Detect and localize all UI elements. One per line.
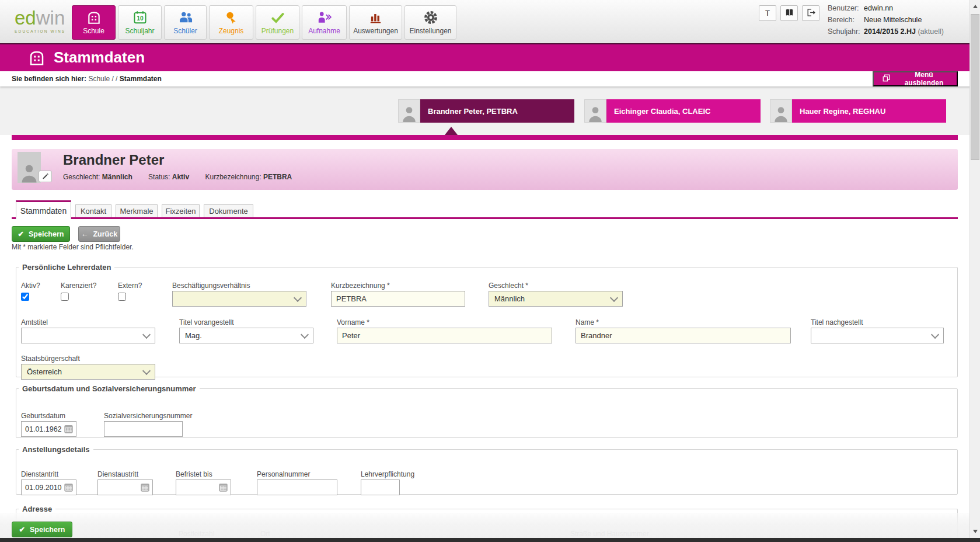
kurzbezeichnung-label: Kurzbezeichnung * (331, 282, 390, 290)
section-personal-legend: Persönliche Lehrerdaten (19, 263, 114, 272)
svnr-label: Sozialversicherungsnummer (104, 412, 192, 420)
scroll-up-button[interactable] (970, 1, 980, 12)
geburtsdatum-input[interactable] (25, 425, 62, 433)
school-building-icon (28, 49, 46, 67)
section-employment: Anstellungsdetails Dienstantritt Diensta… (16, 445, 958, 495)
breadcrumb-bar: Sie befinden sich hier: Schule / / Stamm… (0, 71, 980, 86)
nav-auswertungen[interactable]: Auswertungen (349, 5, 402, 40)
edit-photo-button[interactable] (39, 171, 52, 182)
svg-text:10: 10 (137, 15, 144, 22)
tab-fixzeiten[interactable]: Fixzeiten (162, 204, 200, 217)
tab-stammdaten[interactable]: Stammdaten (16, 200, 71, 219)
vorname-label: Vorname * (337, 318, 369, 326)
name-label: Name * (576, 318, 599, 326)
breadcrumb-prefix: Sie befinden sich hier: (12, 75, 86, 83)
dienstaustritt-datefield (97, 480, 153, 495)
dienstantritt-input[interactable] (25, 484, 62, 492)
nav-schule[interactable]: Schule (72, 5, 116, 40)
lehrverpflichtung-input[interactable] (361, 480, 400, 495)
teacher-tab-brandner[interactable]: Brandner Peter, PETBRA (398, 99, 574, 123)
nav-zeugnis[interactable]: Zeugnis (209, 5, 253, 40)
scroll-down-button[interactable] (970, 526, 980, 537)
befristet-input[interactable] (180, 484, 217, 492)
edwin-logo: edwin EDUCATION WINS (15, 8, 65, 33)
nav-label: Schuljahr (125, 27, 154, 35)
teacher-tab-label: Hauer Regine, REGHAU (792, 99, 946, 123)
beschaeftigung-label: Beschäftigungsverhältnis (172, 282, 250, 290)
scrollbar-thumb[interactable] (971, 14, 979, 160)
active-tab-pointer (445, 127, 458, 135)
avatar (770, 99, 792, 123)
nav-schueler[interactable]: Schüler (164, 5, 207, 40)
handbook-button[interactable] (780, 5, 798, 21)
svnr-input[interactable] (104, 421, 183, 437)
vorname-input[interactable] (337, 328, 552, 343)
logout-icon (806, 8, 816, 19)
calendar-icon: 10 (132, 10, 148, 25)
logout-button[interactable] (802, 5, 819, 21)
page-title: Stammdaten (54, 44, 145, 70)
geburtsdatum-label: Geburtsdatum (21, 412, 65, 420)
aktiv-checkbox[interactable] (21, 293, 29, 301)
amtstitel-select[interactable] (21, 328, 155, 343)
extern-checkbox[interactable] (118, 293, 126, 301)
award-ribbon-icon (224, 10, 239, 25)
chevron-down-icon (610, 293, 618, 301)
sticky-footer: ✔Speichern (0, 513, 969, 538)
teacher-info-panel: Brandner Peter Geschlecht: Männlich Stat… (12, 149, 958, 190)
gear-icon (423, 10, 438, 25)
menu-hide-button[interactable]: Menü ausblenden (873, 71, 958, 86)
avatar (398, 99, 420, 123)
nav-pruefungen[interactable]: Prüfungen (256, 5, 299, 40)
nav-einstellungen[interactable]: Einstellungen (404, 5, 456, 40)
dienstaustritt-label: Dienstaustritt (97, 470, 138, 478)
vertical-scrollbar (969, 0, 980, 542)
name-input[interactable] (576, 328, 791, 343)
edit-pencil-icon (42, 172, 49, 181)
save-button[interactable]: ✔Speichern (12, 226, 70, 242)
amtstitel-label: Amtstitel (21, 318, 48, 326)
kurzbezeichnung-input[interactable] (331, 291, 465, 307)
teacher-tab-label: Brandner Peter, PETBRA (420, 99, 574, 123)
avatar (584, 99, 606, 123)
back-button[interactable]: ←Zurück (78, 226, 120, 242)
aktiv-label: Aktiv? (21, 282, 40, 290)
text-size-button[interactable]: T (759, 5, 776, 21)
calendar-picker-icon[interactable] (218, 482, 228, 492)
teacher-code: PETBRA (263, 173, 292, 181)
tab-merkmale[interactable]: Merkmale (116, 204, 158, 217)
beschaeftigung-select[interactable] (172, 291, 306, 307)
calendar-picker-icon[interactable] (140, 482, 150, 492)
session-year: Schuljahr:2014/2015 2.HJ (aktuell) (828, 26, 944, 37)
titel-vorangestellt-select[interactable]: Mag. (179, 328, 313, 343)
geschlecht-select[interactable]: Männlich (489, 291, 623, 307)
scroll-down-icon (973, 530, 978, 533)
breadcrumb-link-schule[interactable]: Schule (88, 75, 110, 83)
tab-kontakt[interactable]: Kontakt (75, 204, 111, 217)
session-info: Benutzer:edwin.nn Bereich:Neue Mittelsch… (828, 2, 944, 37)
nav-aufnahme[interactable]: Aufnahme (302, 5, 347, 40)
tab-dokumente[interactable]: Dokumente (204, 204, 253, 217)
karenziert-checkbox[interactable] (61, 293, 69, 301)
chevron-down-icon (142, 366, 151, 374)
teacher-meta: Geschlecht: Männlich Status: Aktiv Kurzb… (63, 173, 306, 181)
nav-schuljahr[interactable]: 10 Schuljahr (118, 5, 162, 40)
calendar-picker-icon[interactable] (64, 424, 74, 434)
top-toolbar: edwin EDUCATION WINS Schule 10 Schuljahr… (0, 0, 980, 44)
nav-label: Schule (83, 27, 104, 35)
footer-save-button[interactable]: ✔Speichern (12, 522, 72, 537)
teacher-name: Brandner Peter (63, 152, 164, 168)
staatsbuergerschaft-select[interactable]: Österreich (21, 364, 155, 380)
titel-nachgestellt-select[interactable] (811, 328, 944, 343)
section-personal: Persönliche Lehrerdaten Aktiv? Karenzier… (16, 263, 958, 377)
extern-label: Extern? (118, 282, 142, 290)
geschlecht-label: Geschlecht * (489, 282, 528, 290)
chevron-down-icon (294, 293, 302, 301)
personalnummer-input[interactable] (257, 480, 337, 495)
nav-label: Aufnahme (308, 27, 340, 35)
window-bottom-edge (0, 538, 980, 542)
dienstaustritt-input[interactable] (102, 484, 138, 492)
calendar-picker-icon[interactable] (64, 482, 74, 492)
teacher-tab-eichinger[interactable]: Eichinger Claudia, CLAEIC (584, 99, 761, 123)
teacher-tab-hauer[interactable]: Hauer Regine, REGHAU (770, 99, 946, 123)
